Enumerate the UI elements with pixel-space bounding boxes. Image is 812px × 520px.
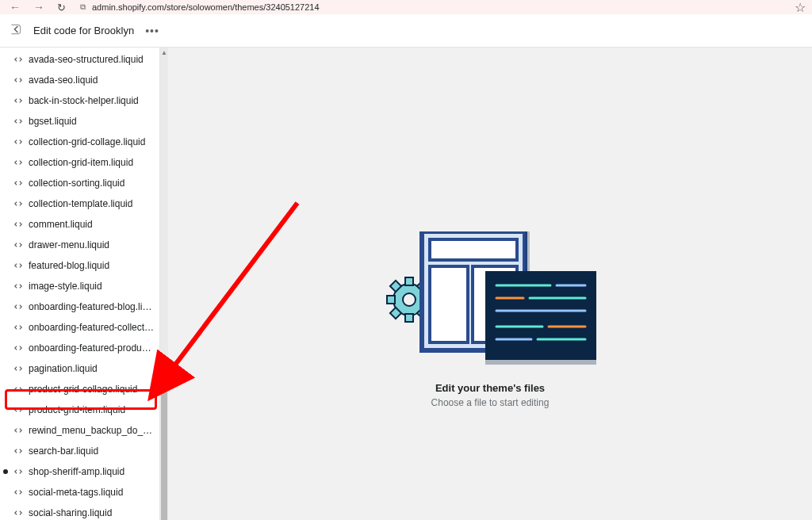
svg-rect-12	[430, 266, 468, 342]
file-label: shop-sheriff-amp.liquid	[29, 466, 124, 477]
code-icon	[13, 467, 24, 476]
file-label: avada-seo-structured.liquid	[29, 54, 144, 65]
svg-rect-3	[387, 296, 395, 304]
file-label: featured-blog.liquid	[29, 260, 109, 271]
empty-state: Edit your theme's files Choose a file to…	[384, 231, 596, 408]
file-label: avada-seo.liquid	[29, 75, 98, 86]
main-area: avada-seo-structured.liquidavada-seo.liq…	[0, 48, 812, 520]
back-arrow-icon[interactable]: ←	[6, 1, 24, 13]
refresh-icon[interactable]: ↻	[54, 2, 69, 13]
svg-rect-1	[405, 277, 413, 285]
file-item[interactable]: search-bar.liquid	[0, 441, 159, 461]
file-label: product-grid-collage.liquid	[29, 384, 137, 395]
file-item[interactable]: image-style.liquid	[0, 276, 159, 296]
file-item[interactable]: bgset.liquid	[0, 111, 159, 132]
code-icon	[13, 446, 24, 456]
svg-rect-2	[405, 314, 413, 322]
url-text[interactable]: admin.shopify.com/store/solowomen/themes…	[92, 2, 320, 12]
exit-editor-icon[interactable]	[10, 23, 22, 38]
file-item[interactable]: collection-sorting.liquid	[0, 173, 159, 193]
file-item[interactable]: back-in-stock-helper.liquid	[0, 90, 159, 111]
file-label: collection-grid-collage.liquid	[29, 136, 145, 147]
more-actions-icon[interactable]: •••	[145, 25, 159, 37]
file-item[interactable]: onboarding-featured-products.liq…	[0, 338, 159, 358]
file-item[interactable]: drawer-menu.liquid	[0, 235, 159, 255]
file-label: social-sharing.liquid	[29, 507, 112, 518]
empty-state-title: Edit your theme's files	[384, 382, 596, 394]
file-item[interactable]: onboarding-featured-collections.l…	[0, 317, 159, 338]
bookmark-star-icon[interactable]: ☆	[795, 0, 806, 15]
editor-content: Edit your theme's files Choose a file to…	[168, 48, 812, 520]
file-label: product-grid-item.liquid	[29, 404, 125, 415]
file-label: onboarding-featured-blog.liquid	[29, 301, 155, 312]
file-item[interactable]: social-sharing.liquid	[0, 503, 159, 520]
scroll-up-icon[interactable]: ▲	[160, 49, 168, 55]
code-icon	[13, 384, 24, 394]
code-icon	[13, 117, 24, 126]
file-label: image-style.liquid	[29, 281, 102, 292]
file-label: collection-template.liquid	[29, 198, 132, 209]
file-item[interactable]: rewind_menu_backup_do_not_del…	[0, 420, 159, 441]
svg-rect-16	[485, 360, 596, 365]
code-icon	[13, 220, 24, 229]
scrollbar-track[interactable]: ▲	[160, 48, 168, 520]
code-icon	[13, 55, 24, 64]
code-icon	[13, 281, 24, 291]
file-item[interactable]: pagination.liquid	[0, 358, 159, 379]
code-icon	[13, 488, 24, 497]
code-icon	[13, 137, 24, 147]
file-item[interactable]: product-grid-collage.liquid	[0, 379, 159, 400]
file-label: onboarding-featured-products.liq…	[29, 342, 155, 354]
page-title: Edit code for Brooklyn	[33, 25, 134, 36]
site-info-icon[interactable]: ⧉	[80, 2, 86, 12]
code-icon	[13, 508, 24, 518]
file-label: search-bar.liquid	[29, 445, 98, 457]
file-label: rewind_menu_backup_do_not_del…	[29, 425, 155, 436]
forward-arrow-icon[interactable]: →	[30, 1, 48, 13]
editor-topbar: Edit code for Brooklyn •••	[0, 14, 812, 48]
empty-state-subtitle: Choose a file to start editing	[384, 397, 596, 408]
file-item[interactable]: shop-sheriff-amp.liquid	[0, 461, 159, 482]
code-icon	[13, 343, 24, 353]
file-item[interactable]: collection-template.liquid	[0, 193, 159, 214]
modified-dot-icon	[3, 469, 8, 474]
file-item[interactable]: collection-grid-item.liquid	[0, 152, 159, 173]
code-icon	[13, 199, 24, 208]
code-icon	[13, 364, 24, 373]
file-item[interactable]: featured-blog.liquid	[0, 255, 159, 276]
code-icon	[13, 240, 24, 250]
file-label: drawer-menu.liquid	[29, 239, 109, 250]
code-icon	[13, 302, 24, 312]
code-icon	[13, 405, 24, 415]
code-icon	[13, 96, 24, 105]
svg-rect-11	[430, 239, 517, 260]
file-label: onboarding-featured-collections.l…	[29, 322, 155, 333]
file-item[interactable]: comment.liquid	[0, 214, 159, 235]
file-label: pagination.liquid	[29, 363, 98, 374]
code-icon	[13, 178, 24, 188]
browser-address-bar: ← → ↻ ⧉ admin.shopify.com/store/solowome…	[0, 0, 812, 14]
file-label: bgset.liquid	[29, 116, 77, 127]
scrollbar-thumb[interactable]	[161, 388, 167, 520]
file-item[interactable]: avada-seo-structured.liquid	[0, 49, 159, 70]
file-item[interactable]: collection-grid-collage.liquid	[0, 132, 159, 152]
code-icon	[13, 158, 24, 167]
code-icon	[13, 261, 24, 270]
file-label: collection-grid-item.liquid	[29, 157, 133, 168]
code-icon	[13, 426, 24, 435]
empty-state-illustration	[384, 231, 596, 371]
svg-point-9	[403, 293, 416, 306]
file-label: comment.liquid	[29, 219, 93, 230]
file-item[interactable]: product-grid-item.liquid	[0, 400, 159, 420]
file-item[interactable]: avada-seo.liquid	[0, 70, 159, 90]
file-item[interactable]: social-meta-tags.liquid	[0, 482, 159, 503]
file-label: social-meta-tags.liquid	[29, 487, 123, 498]
code-icon	[13, 323, 24, 332]
file-item[interactable]: onboarding-featured-blog.liquid	[0, 296, 159, 317]
file-label: collection-sorting.liquid	[29, 178, 124, 189]
file-label: back-in-stock-helper.liquid	[29, 95, 139, 106]
code-icon	[13, 75, 24, 85]
file-sidebar: avada-seo-structured.liquidavada-seo.liq…	[0, 48, 160, 520]
